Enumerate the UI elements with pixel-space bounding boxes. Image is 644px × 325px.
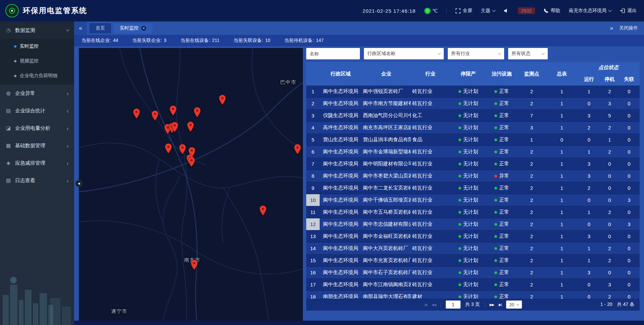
cell-industry: 砖瓦行业	[411, 161, 450, 167]
cell-run-count: 1	[577, 209, 601, 215]
tab-scroll-left-button[interactable]: «	[74, 21, 87, 35]
map-pin[interactable]	[179, 144, 186, 156]
sidebar-subitem-power-load-detail[interactable]: 企业电力负荷明细	[0, 68, 74, 83]
status-text: 正常	[499, 137, 509, 142]
help-button[interactable]: 帮助	[544, 8, 560, 14]
pin-icon	[294, 144, 301, 154]
status-dot	[494, 151, 497, 153]
sidebar-item-log-view[interactable]: ▧ 日志查看 ‹	[0, 172, 74, 189]
table-row[interactable]: 12阆中生态环境局阆中市忠信建材有限公砖瓦行业无计划正常21003	[306, 218, 640, 230]
table-row[interactable]: 2阆中生态环境局阆中市南方节能建材有砖瓦行业无计划正常21030	[306, 98, 640, 110]
map-pin[interactable]	[133, 108, 140, 120]
speaker-button[interactable]	[504, 8, 509, 13]
col-limit-production: 停限产	[450, 71, 487, 77]
map-pin[interactable]	[188, 157, 195, 168]
cell-region: 阆中生态环境局	[320, 88, 362, 95]
cell-company: 阆中市南方节能建材有	[362, 100, 411, 107]
table-row[interactable]: 17阆中生态环境局阆中市江南镇阆南页岩砖瓦行业无计划正常21030	[306, 279, 640, 291]
table-row[interactable]: 14阆中生态环境局阆中大兴页岩机砖厂砖瓦行业无计划正常21120	[306, 242, 640, 255]
table-row[interactable]: 13阆中生态环境局阆中市金福旺页岩机砖砖瓦行业无计划正常21300	[306, 230, 640, 242]
cell-limit-production: 无计划	[450, 149, 487, 155]
industry-select[interactable]: 所有行业	[448, 48, 504, 59]
tab-label: 首页	[96, 25, 105, 31]
cell-stop-count: 2	[601, 258, 619, 263]
theme-dropdown[interactable]: 主题	[481, 8, 495, 14]
cell-monitor-points: 2	[517, 161, 546, 167]
map-pin[interactable]	[294, 144, 301, 156]
tab-home[interactable]: 首页	[90, 23, 111, 33]
table-row[interactable]: 9阆中生态环境局阆中市二龙长宝页岩砖砖瓦行业无计划正常21200	[306, 182, 640, 194]
logout-button[interactable]: 退出	[620, 8, 637, 14]
table-row[interactable]: 16阆中生态环境局阆中市石子页岩机砖厂砖瓦行业无计划正常21300	[306, 267, 640, 279]
top-header: 环保用电监管系统 2021-02-25 17:46:18 0 ℃ 全屏 主题 2…	[0, 0, 644, 21]
cell-run-count: 0	[577, 137, 601, 143]
first-page-button[interactable]: |◀	[424, 303, 427, 307]
fullscreen-button[interactable]: 全屏	[455, 8, 472, 14]
table-row[interactable]: 7阆中生态环境局阆中明阳建材有限公司砖瓦行业无计划正常21300	[306, 158, 640, 170]
table-row[interactable]: 5营山生态环境局营山县润丰肉食品有限食品无计划正常10010	[306, 134, 640, 146]
notification-count-badge[interactable]: 2632	[518, 7, 535, 14]
map-pin[interactable]	[187, 121, 194, 133]
page-number-input[interactable]	[446, 301, 461, 309]
map-pin[interactable]	[194, 107, 201, 119]
map-pin[interactable]	[191, 260, 198, 271]
map-pin[interactable]	[171, 122, 178, 133]
close-operations-button[interactable]: 关闭操作	[619, 25, 638, 31]
log-icon: ▧	[5, 177, 11, 183]
map-pin[interactable]	[169, 105, 177, 117]
cell-limit-production: 无计划	[450, 221, 487, 227]
status-dot	[459, 175, 461, 177]
sidebar-item-label: 基础数据管理	[15, 143, 45, 149]
cell-company: 南充市高坪区王家店建	[362, 124, 411, 131]
table-row[interactable]: 6阆中生态环境局阆中市金博瑞新型墙材砖瓦行业无计划正常21120	[306, 146, 640, 158]
col-pollution-facility: 治污设施	[487, 71, 517, 77]
sidebar-submenu: 实时监控 视频监控 企业电力负荷明细	[0, 39, 74, 85]
chevron-down-icon	[542, 52, 545, 55]
map-pin[interactable]	[219, 95, 226, 106]
name-search-input[interactable]	[306, 48, 360, 59]
cell-monitor-points: 2	[517, 173, 546, 179]
table-row[interactable]: 10阆中生态环境局阆中千佛镇五郎垭页岩砖瓦行业无计划正常21003	[306, 194, 640, 206]
prev-page-button[interactable]: ◀◀	[432, 303, 436, 307]
map-pin[interactable]	[151, 110, 159, 122]
table-row[interactable]: 1阆中生态环境局阆中强锐页岩砖厂砖瓦行业无计划正常21120	[306, 86, 640, 98]
sidebar-item-data-monitor[interactable]: ◷ 数据监测	[0, 21, 74, 39]
table-row[interactable]: 8阆中生态环境局阆中市枣碧大梁山页岩砖瓦行业无计划异常21300	[306, 170, 640, 182]
sidebar-item-enterprise-statistics[interactable]: ▤ 企业综合统计 ‹	[0, 102, 74, 119]
cell-region: 阆中生态环境局	[320, 173, 362, 179]
cell-stop-count: 0	[601, 161, 619, 167]
region-select[interactable]: 行政区域名称	[364, 48, 444, 59]
map-pin[interactable]	[165, 143, 172, 155]
sidebar-item-emergency-reduction[interactable]: ◈ 应急减排管理 ‹	[0, 154, 74, 172]
table-row[interactable]: 11阆中生态环境局阆中市五马桥页岩机砖砖瓦行业无计划正常21120	[306, 206, 640, 218]
table-row[interactable]: 15阆中生态环境局阆中市光富页岩机砖厂砖瓦行业无计划正常21120	[306, 255, 640, 267]
collapse-panel-button[interactable]: ◀	[75, 180, 83, 187]
speaker-icon	[504, 8, 509, 13]
tab-scroll-right-button[interactable]: »	[610, 25, 613, 32]
page-size-select[interactable]: 20	[506, 301, 522, 309]
status-dot	[459, 126, 461, 129]
next-page-button[interactable]: ▶▶	[490, 303, 494, 307]
status-text: 无计划	[463, 149, 478, 154]
table-row[interactable]: 4高坪生态环境局南充市高坪区王家店建砖瓦行业无计划正常31220	[306, 122, 640, 134]
sidebar-item-enterprise-abnormal[interactable]: ◍ 企业异常 ‹	[0, 85, 74, 102]
cell-stop-count: 0	[601, 197, 619, 203]
tab-realtime-monitor[interactable]: 实时监控 ×	[114, 23, 152, 33]
monitor-icon: ◷	[5, 27, 11, 33]
sidebar-item-power-analysis[interactable]: ◪ 企业用电量分析 ‹	[0, 119, 74, 137]
sidebar-subitem-video-monitor[interactable]: 视频监控	[0, 54, 74, 68]
tab-close-icon[interactable]: ×	[141, 26, 146, 31]
last-page-button[interactable]: ▶|	[499, 303, 501, 307]
chevron-left-icon: ‹	[67, 108, 69, 114]
table-row[interactable]: 18南部生态环境局南部县瑞华大理石有限建材无计划正常21020	[306, 291, 640, 299]
map-panel[interactable]: 巴中市南充市遂宁市 ◀	[79, 48, 303, 321]
org-dropdown[interactable]: 南充市生态环境局	[569, 8, 611, 14]
map-pin[interactable]	[259, 205, 267, 217]
status-select-value: 所有状态	[512, 51, 530, 57]
status-dot	[494, 211, 497, 214]
table-row[interactable]: 3仪陇生态环境局西南油气田分公司川中化工无计划正常71350	[306, 110, 640, 122]
status-select[interactable]: 所有状态	[508, 48, 548, 59]
cell-row-number: 15	[306, 258, 320, 263]
sidebar-subitem-realtime-monitor[interactable]: 实时监控	[0, 39, 74, 54]
sidebar-item-base-data[interactable]: ▦ 基础数据管理 ‹	[0, 137, 74, 154]
